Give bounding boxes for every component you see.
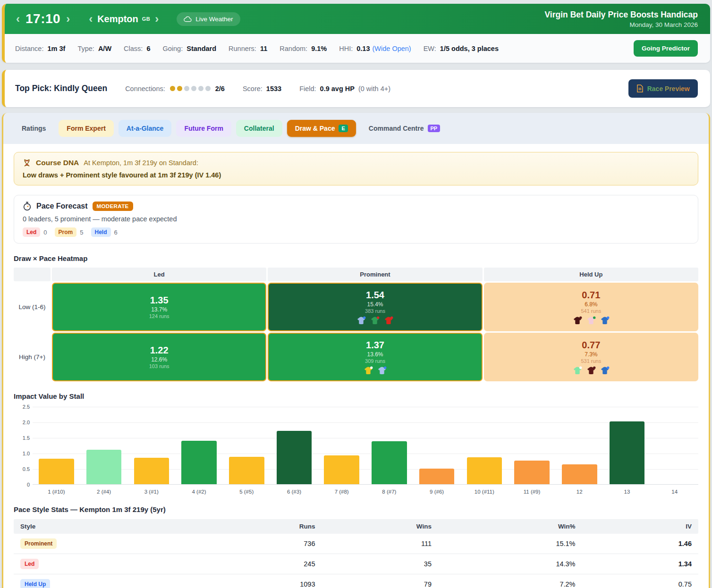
draw-pace-heatmap: LedProminentHeld UpLow (1-6)1.3513.7%124… (14, 268, 698, 381)
heatmap-cell-silks (573, 316, 610, 325)
pace-chip-held: Held (91, 227, 111, 237)
tab-future-form[interactable]: Future Form (176, 120, 231, 137)
connection-dot (198, 86, 203, 91)
jockey-silk-icon (370, 316, 380, 325)
dna-icon (23, 159, 31, 167)
jockey-silk-icon (586, 366, 596, 375)
chart-bars (33, 407, 698, 484)
x-axis-tick-label: 8 (#7) (365, 489, 413, 495)
chart-bar-slot (603, 407, 651, 484)
race-title: Virgin Bet Daily Price Boosts Handicap (545, 10, 698, 20)
race-info-item: Runners: 11 (229, 45, 267, 52)
heatmap-cell-silks (356, 316, 393, 325)
y-axis-tick-label: 2.0 (15, 420, 30, 425)
going-predictor-button[interactable]: Going Predictor (634, 40, 698, 57)
course-dna-header: Course DNA At Kempton, 1m 3f 219y on Sta… (23, 159, 689, 167)
race-info-note: (Wide Open) (372, 45, 411, 52)
race-info-item: Going: Standard (162, 45, 216, 52)
tab-strip: RatingsForm ExpertAt-a-GlanceFuture Form… (3, 113, 709, 144)
jockey-silk-icon (573, 366, 582, 375)
tab-form-expert[interactable]: Form Expert (59, 120, 113, 137)
course-dna-panel: Course DNA At Kempton, 1m 3f 219y on Sta… (14, 152, 698, 185)
table-cell-winpct: 15.1% (438, 535, 582, 552)
chart-bar (86, 450, 122, 484)
race-info-value: 1/5 odds, 3 places (440, 45, 499, 52)
tab-collateral[interactable]: Collateral (236, 120, 282, 137)
pace-chip-count: 0 (43, 229, 47, 236)
heatmap-cell-runs: 541 runs (581, 308, 601, 314)
tab-ratings[interactable]: Ratings (14, 120, 54, 137)
prev-race-icon[interactable]: ‹ (15, 13, 21, 25)
heatmap-column-header: Led (52, 268, 266, 281)
x-axis-tick-label: 13 (603, 489, 651, 495)
tab-badge-pp: PP (428, 125, 441, 132)
chart-bar (181, 441, 217, 484)
tab-command-centre[interactable]: Command CentrePP (361, 120, 448, 137)
draw-pace-content: Course DNA At Kempton, 1m 3f 219y on Sta… (3, 144, 709, 588)
table-cell-runs: 1093 (219, 576, 322, 588)
course-country-tag: GB (142, 16, 151, 22)
race-info-item: Class: 6 (124, 45, 150, 52)
heatmap-cell: 1.5415.4%383 runs (268, 283, 482, 331)
live-weather-button[interactable]: Live Weather (177, 12, 240, 26)
race-date: Monday, 30 March 2026 (545, 21, 698, 28)
y-axis-tick-label: 0 (15, 482, 30, 487)
heatmap-cell-iv: 0.77 (582, 340, 600, 351)
pace-forecast-header: Pace Forecast MODERATE (23, 202, 689, 211)
course-dna-body: Low draws + Prominent style favoured at … (23, 171, 689, 179)
top-pick-card: Top Pick: Kindly Queen Connections: 2/6 … (2, 70, 710, 107)
tab-label: Draw & Pace (295, 125, 335, 132)
table-column-header: Win% (438, 519, 582, 534)
race-preview-button[interactable]: Race Preview (628, 79, 698, 98)
course-dna-subtitle: At Kempton, 1m 3f 219y on Standard: (84, 159, 198, 167)
table-cell-style: Held Up (14, 574, 219, 588)
chart-bar-slot (460, 407, 508, 484)
top-pick-title: Top Pick: Kindly Queen (15, 84, 107, 93)
prev-course-icon[interactable]: ‹ (88, 13, 93, 25)
heatmap-cell-pct: 13.7% (151, 306, 167, 313)
heatmap-cell-runs: 309 runs (365, 358, 385, 364)
chart-bar (324, 455, 359, 484)
heatmap-cell: 1.2212.6%103 runs (52, 333, 266, 381)
heatmap-cell-iv: 1.22 (150, 345, 169, 356)
heatmap-cell-pct: 13.6% (367, 351, 383, 358)
race-info-item: Distance: 1m 3f (15, 45, 65, 52)
connection-dot (184, 86, 189, 91)
connections-dots (170, 86, 211, 91)
field-label: Field: (299, 85, 316, 92)
next-course-icon[interactable]: › (154, 13, 160, 25)
heatmap-column-header: Prominent (268, 268, 482, 281)
x-axis-tick-label: 7 (#8) (318, 489, 365, 495)
jockey-silk-icon (377, 366, 387, 375)
race-info-value: 6 (146, 45, 150, 52)
score-group: Score: 1533 (243, 85, 281, 92)
x-axis-tick-label: 4 (#2) (175, 489, 223, 495)
tab-draw-pace[interactable]: Draw & PaceE (287, 120, 356, 137)
heatmap-cell-iv: 1.37 (366, 340, 384, 351)
table-cell-iv: 1.46 (582, 535, 699, 552)
tab-at-a-glance[interactable]: At-a-Glance (119, 120, 172, 137)
heatmap-cell-silks (364, 366, 387, 375)
x-axis-tick-label: 6 (#3) (271, 489, 318, 495)
tab-label: Collateral (244, 125, 274, 132)
pace-chip-led: Led (23, 227, 40, 237)
heatmap-cell-runs: 103 runs (149, 363, 170, 369)
table-cell-style: Led (14, 554, 219, 574)
heatmap-row-label: Low (1-6) (14, 283, 51, 331)
jockey-silk-icon (364, 366, 373, 375)
table-cell-wins: 79 (322, 576, 439, 588)
table-cell-wins: 35 (322, 555, 439, 572)
chart-bar (229, 457, 264, 484)
heatmap-column-header: Held Up (484, 268, 698, 281)
heatmap-cell-runs: 531 runs (581, 358, 601, 364)
tab-label: Command Centre (369, 125, 424, 132)
table-column-header: Wins (322, 519, 439, 534)
table-cell-style: Prominent (14, 534, 219, 554)
x-axis-tick-label: 1 (#10) (33, 489, 80, 495)
connections-label: Connections: (125, 85, 165, 92)
race-info-value: 1m 3f (47, 45, 65, 52)
chart-bar-slot (508, 407, 556, 484)
next-race-icon[interactable]: › (65, 13, 71, 25)
course-name: Kempton (97, 14, 138, 25)
race-info-bar: Distance: 1m 3fType: A/WClass: 6Going: S… (5, 34, 710, 63)
